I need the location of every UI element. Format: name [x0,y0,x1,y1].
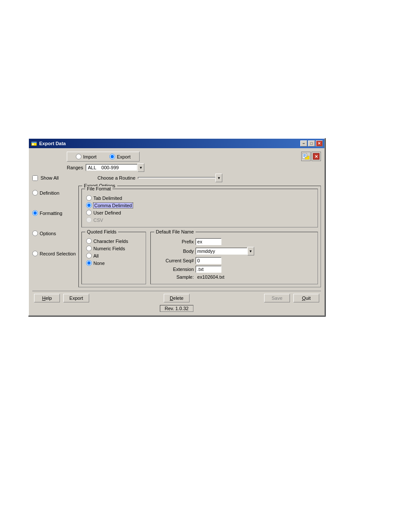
file-format-options: Tab Delimited Comma Delimited User Defin… [86,195,313,223]
toolbar-icon-1[interactable] [301,152,311,161]
definition-radio-row: Definition [32,190,76,196]
save-button: Save [264,294,290,302]
options-radio-row: Options [32,230,76,236]
import-label: Import [83,154,97,159]
all-fields-radio[interactable] [86,253,92,258]
options-radio[interactable] [32,230,38,236]
numeric-fields-label: Numeric Fields [93,246,125,251]
routine-dropdown-button[interactable]: ▼ [215,174,222,182]
svg-rect-2 [32,143,34,145]
character-fields-label: Character Fields [93,239,128,244]
none-fields-row: None [86,260,141,266]
toolbar-icons: ✕ [301,152,321,161]
tab-delimited-row: Tab Delimited [86,195,313,201]
default-file-name-group: Default File Name Prefix Body mmddyy [150,232,318,284]
show-all-row: Show All Choose a Routine ▼ [32,174,321,184]
sample-row: Sample: ex102604.txt [155,274,313,280]
numeric-fields-radio[interactable] [86,246,92,251]
definition-label: Definition [40,190,59,196]
import-export-group: Import Export [67,152,140,162]
close-button[interactable]: ✕ [316,140,323,146]
sample-value: ex102604.txt [197,274,224,280]
tab-delimited-label: Tab Delimited [93,196,122,201]
default-file-legend: Default File Name [154,229,196,234]
svg-rect-5 [303,156,306,156]
main-area: Definition Formatting Options Record Sel… [32,186,321,287]
svg-rect-1 [31,142,37,143]
file-format-group: File Format Tab Delimited Comma Delimite… [81,189,318,227]
all-fields-row: All [86,253,141,258]
all-fields-label: All [93,253,99,258]
window-controls: − □ ✕ [300,140,323,146]
options-label: Options [40,231,56,236]
ranges-value: ALL 000-999 [86,164,137,171]
export-options-group: Export Options File Format Tab Delimited [78,186,321,287]
formatting-radio[interactable] [32,210,38,216]
quit-button[interactable]: Quit [293,294,319,302]
none-fields-radio[interactable] [86,260,92,266]
export-radio-label[interactable]: Export [109,154,131,159]
routine-dropdown[interactable]: ▼ [138,174,222,182]
default-file-fields: Prefix Body mmddyy ▼ [155,238,313,280]
csv-radio [86,217,92,223]
comma-delimited-label: Comma Delimited [93,203,133,208]
bottom-buttons: Help Export Delete Save Quit [32,291,321,304]
show-all-checkbox[interactable] [32,175,38,181]
show-all-container: Show All [32,175,59,181]
page-background: Export Data − □ ✕ Import Export [0,0,411,532]
quoted-fields-options: Character Fields Numeric Fields All [86,238,141,266]
svg-text:✕: ✕ [314,154,318,159]
seq-input[interactable] [196,257,221,264]
body-dropdown-button[interactable]: ▼ [247,247,254,255]
body-dropdown[interactable]: mmddyy ▼ [196,247,254,255]
maximize-button[interactable]: □ [308,140,315,146]
export-radio[interactable] [109,154,115,159]
body-value: mmddyy [196,248,247,255]
title-bar: Export Data − □ ✕ [29,139,324,148]
quoted-fields-legend: Quoted Fields [85,229,118,234]
record-selection-radio-row: Record Selection [32,251,76,256]
window-body: Import Export [29,148,324,315]
prefix-label: Prefix [155,239,194,244]
tab-delimited-radio[interactable] [86,195,92,201]
ranges-dropdown[interactable]: ALL 000-999 ▼ [86,163,144,172]
user-defined-row: User Defined [86,210,313,215]
formatting-radio-row: Formatting [32,210,76,216]
import-radio[interactable] [76,154,81,159]
svg-rect-4 [303,154,306,155]
none-fields-label: None [93,261,105,266]
ranges-row: Ranges ALL 000-999 ▼ [67,163,321,172]
toolbar-icon-2[interactable]: ✕ [311,152,321,161]
delete-button[interactable]: Delete [164,294,190,302]
formatting-label: Formatting [40,211,62,216]
window-icon [31,140,37,147]
sample-label: Sample: [155,274,194,280]
csv-row: CSV [86,217,313,223]
export-label: Export [117,154,131,159]
minimize-button[interactable]: − [300,140,307,146]
comma-delimited-row: Comma Delimited [86,202,313,208]
prefix-input[interactable] [196,238,221,245]
csv-label: CSV [93,218,103,223]
choose-routine-label: Choose a Routine [97,175,135,180]
seq-label: Current Seq# [155,258,194,263]
export-data-window: Export Data − □ ✕ Import Export [28,138,325,316]
file-format-legend: File Format [85,186,113,191]
comma-delimited-radio[interactable] [86,202,92,208]
version-text: Rev. 1.0.32 [160,305,193,312]
extension-input[interactable] [196,266,221,273]
user-defined-radio[interactable] [86,210,92,215]
export-button[interactable]: Export [63,294,89,302]
ranges-dropdown-button[interactable]: ▼ [137,163,144,172]
definition-radio[interactable] [32,190,38,196]
svg-rect-6 [303,156,305,157]
record-selection-radio[interactable] [32,251,38,256]
window-title: Export Data [39,141,300,146]
character-fields-row: Character Fields [86,238,141,244]
ranges-label: Ranges [67,165,83,170]
help-button[interactable]: Help [34,294,60,302]
status-bar: Rev. 1.0.32 [32,305,321,312]
choose-routine-row: Choose a Routine ▼ [97,174,222,182]
character-fields-radio[interactable] [86,238,92,244]
import-radio-label[interactable]: Import [76,154,97,159]
